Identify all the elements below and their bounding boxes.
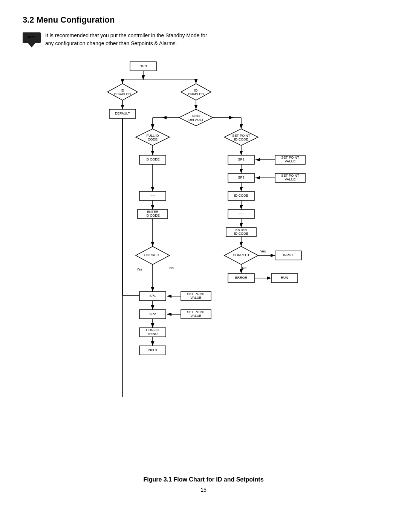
section-heading: 3.2 Menu Configuration [23, 15, 384, 25]
svg-text:DISABLED: DISABLED [114, 92, 131, 96]
svg-text:No: No [169, 266, 174, 270]
svg-text:SET POINT: SET POINT [232, 134, 250, 138]
note-box: Note It is recommended that you put the … [23, 32, 384, 47]
svg-text:CORRECT: CORRECT [144, 253, 161, 257]
svg-text:----: ---- [150, 194, 155, 197]
svg-text:INPUT: INPUT [148, 348, 158, 352]
svg-text:ENTER: ENTER [147, 210, 159, 214]
svg-text:----: ---- [239, 212, 243, 216]
svg-text:ID CODE: ID CODE [234, 232, 248, 235]
flowchart-container: RUN ID DISABLED ID ENABLED DEFAULT NON [23, 58, 384, 465]
svg-text:FULL ID: FULL ID [146, 134, 159, 138]
svg-text:ID: ID [121, 89, 125, 92]
svg-text:ID CODE: ID CODE [234, 194, 248, 197]
svg-text:ENTER: ENTER [236, 228, 247, 232]
svg-marker-2 [28, 43, 35, 47]
svg-text:ID CODE: ID CODE [145, 214, 160, 217]
svg-text:VALUE: VALUE [191, 314, 202, 318]
svg-text:ID CODE: ID CODE [234, 138, 248, 141]
svg-text:SP2: SP2 [238, 176, 244, 179]
page-number: 15 [23, 487, 384, 493]
svg-text:RUN: RUN [281, 276, 288, 280]
note-text: It is recommended that you put the contr… [45, 32, 207, 47]
svg-text:CONFIG: CONFIG [146, 328, 159, 332]
svg-text:CORRECT: CORRECT [233, 253, 250, 257]
svg-text:CODE: CODE [148, 138, 158, 141]
svg-text:ERROR: ERROR [235, 276, 248, 280]
flowchart: RUN ID DISABLED ID ENABLED DEFAULT NON [57, 58, 350, 465]
svg-text:DEFAULT: DEFAULT [188, 118, 204, 122]
svg-text:VALUE: VALUE [191, 296, 202, 300]
svg-text:Yes: Yes [260, 249, 266, 253]
svg-text:VALUE: VALUE [285, 177, 296, 181]
figure-caption: Figure 3.1 Flow Chart for ID and Setpoin… [23, 476, 384, 483]
svg-text:Yes: Yes [137, 268, 142, 271]
svg-text:No: No [242, 266, 246, 270]
svg-text:VALUE: VALUE [285, 159, 296, 163]
svg-text:NON: NON [192, 114, 200, 118]
svg-text:INPUT: INPUT [283, 253, 294, 257]
svg-text:Note: Note [28, 35, 35, 39]
svg-text:SP1: SP1 [149, 294, 156, 298]
svg-text:RUN: RUN [139, 64, 147, 68]
svg-text:SET POINT: SET POINT [281, 156, 299, 159]
svg-text:SP2: SP2 [149, 312, 156, 316]
svg-text:ID: ID [194, 89, 198, 92]
svg-text:DEFAULT: DEFAULT [115, 112, 130, 115]
svg-text:SET POINT: SET POINT [187, 292, 205, 296]
svg-text:SET POINT: SET POINT [187, 310, 205, 314]
svg-text:SP1: SP1 [238, 157, 244, 161]
note-icon: Note [23, 32, 41, 47]
svg-text:MENU: MENU [148, 332, 158, 336]
svg-text:ENABLED: ENABLED [188, 92, 204, 96]
svg-text:SET POINT: SET POINT [281, 174, 299, 177]
svg-text:ID CODE: ID CODE [145, 157, 160, 161]
